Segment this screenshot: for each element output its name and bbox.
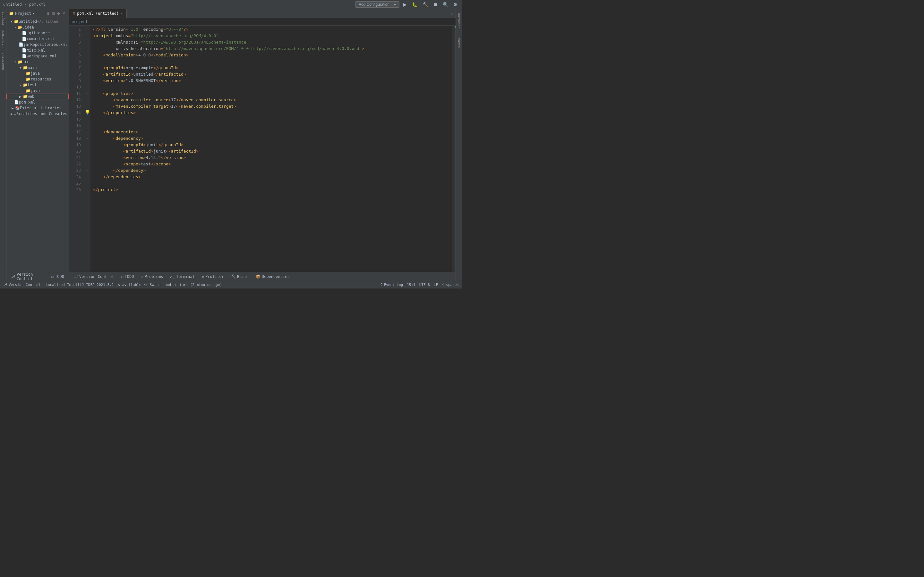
version-control-bottom-tab[interactable]: ⎇ Version Control: [70, 272, 117, 281]
editor-tab-pom[interactable]: m pom.xml (untitled) ✕: [69, 9, 127, 18]
more-tabs-button[interactable]: ⋮: [443, 11, 451, 18]
gc-23[interactable]: ⌵: [83, 167, 90, 173]
fold-2-icon[interactable]: ⌵: [86, 34, 88, 37]
title-filename: pom.xml: [29, 2, 45, 7]
checkmark-bar: [455, 26, 456, 27]
hint-14-icon[interactable]: 💡: [85, 110, 90, 115]
gc-2[interactable]: ⌵: [83, 32, 90, 39]
event-log-status[interactable]: 2 Event Log: [381, 283, 403, 287]
database-tab[interactable]: Database: [457, 13, 461, 29]
code-line-7: <groupId>org.example</groupId>: [90, 65, 452, 71]
pom-name: pom.xml: [19, 100, 35, 105]
code-line-26: </project>: [90, 187, 452, 193]
gc-24[interactable]: ⌵: [83, 173, 90, 179]
todo-bottom-label: TODO: [125, 274, 134, 279]
close-panel-button[interactable]: ✕: [61, 11, 66, 16]
fold-24-icon[interactable]: ⌵: [86, 175, 88, 178]
ln-14: 14: [69, 110, 81, 116]
resources-name: resources: [31, 77, 51, 81]
position-status[interactable]: 15:1: [407, 283, 415, 287]
encoding-status[interactable]: UTF-8: [419, 283, 430, 287]
project-tab[interactable]: Project: [0, 9, 6, 27]
code-content[interactable]: <?xml version="1.0" encoding="UTF-8"?> <…: [90, 26, 452, 272]
tab-close-button[interactable]: ✕: [121, 12, 123, 15]
stop-button[interactable]: ⏹: [432, 1, 439, 8]
java-folder-icon: 📁: [26, 71, 31, 76]
todo-tab[interactable]: ☑ TODO: [48, 272, 67, 281]
tree-item-scratches[interactable]: ▶ ✏ Scratches and Consoles: [6, 111, 69, 117]
structure-tab[interactable]: Structure: [0, 27, 6, 50]
add-configuration-button[interactable]: Add Configuration... ▾: [355, 1, 399, 8]
dependencies-bottom-tab[interactable]: 📦 Dependencies: [252, 272, 293, 281]
ext-libs-name: External Libraries: [20, 106, 61, 110]
code-line-19: <groupId>junit</groupId>: [90, 142, 452, 148]
fold-17-icon[interactable]: ⌵: [86, 130, 88, 133]
tree-item-idea[interactable]: ▾ 📂 .idea: [6, 24, 69, 30]
ln-25: 25: [69, 180, 81, 187]
todo-bottom-icon: ☑: [121, 274, 123, 279]
todo-label: TODO: [55, 274, 64, 279]
vcs-status[interactable]: ⎇ Version Control: [3, 283, 40, 287]
fold-23-icon[interactable]: ⌵: [86, 168, 88, 172]
tree-item-src[interactable]: ▾ 📁 src: [6, 59, 69, 65]
tree-item-misc-xml[interactable]: 📄 misc.xml: [6, 47, 69, 53]
line-sep-status[interactable]: LF: [434, 283, 438, 287]
statusbar: ⎇ Version Control Localized IntelliJ IDE…: [0, 281, 462, 288]
ln-9: 9: [69, 77, 81, 84]
build-button[interactable]: 🔨: [421, 1, 429, 8]
gc-17[interactable]: ⌵: [83, 128, 90, 135]
profiler-bottom-tab[interactable]: ◈ Profiler: [199, 272, 227, 281]
compiler-xml-name: compiler.xml: [27, 37, 55, 41]
project-name: untitled: [3, 2, 22, 7]
locate-file-button[interactable]: ⊕: [46, 11, 50, 16]
build-bottom-tab[interactable]: 🔨 Build: [228, 272, 252, 281]
tree-item-pom[interactable]: 📄 pom.xml: [6, 99, 69, 105]
fold-18-icon[interactable]: ⌵: [86, 136, 88, 140]
notification-status[interactable]: Localized IntelliJ IDEA 2021.3.2 is avai…: [45, 283, 222, 287]
fold-11-icon[interactable]: ⌵: [86, 91, 88, 95]
version-control-tab[interactable]: ⎇ Version Control: [8, 272, 47, 281]
tree-item-test-java[interactable]: 📁 java: [6, 88, 69, 93]
run-button[interactable]: ▶: [402, 1, 408, 8]
debug-button[interactable]: 🐛: [411, 1, 419, 8]
tree-item-workspace-xml[interactable]: 📄 workspace.xml: [6, 53, 69, 59]
settings-button[interactable]: ⚙: [452, 1, 459, 8]
idea-name: .idea: [23, 25, 34, 29]
pom-icon: 📄: [14, 100, 19, 105]
gc-11[interactable]: ⌵: [83, 90, 90, 96]
tree-item-java[interactable]: 📁 java: [6, 71, 69, 76]
ln-8: 8: [69, 71, 81, 77]
panel-options-button[interactable]: ⚙: [56, 11, 61, 16]
bookmarks-tab[interactable]: Bookmarks: [0, 50, 6, 73]
tree-item-web[interactable]: ▶ 📁 web: [6, 93, 69, 99]
tree-item-gitignore[interactable]: 📄 .gitignore: [6, 30, 69, 36]
tree-item-jar-repos-xml[interactable]: 📄 jarRepositories.xml: [6, 42, 69, 47]
tree-item-compiler-xml[interactable]: 📄 compiler.xml: [6, 36, 69, 42]
gc-18[interactable]: ⌵: [83, 135, 90, 141]
dependencies-icon: 📦: [256, 274, 260, 279]
terminal-bottom-tab[interactable]: >_ Terminal: [167, 272, 198, 281]
todo-bottom-tab[interactable]: ☑ TODO: [118, 272, 137, 281]
gc-9: [83, 77, 90, 83]
ln-7: 7: [69, 65, 81, 71]
collapse-all-button[interactable]: ⊟: [51, 11, 55, 16]
problems-bottom-tab[interactable]: ⚠ Problems: [138, 272, 166, 281]
tree-item-resources[interactable]: 📁 resources: [6, 76, 69, 82]
scrollbar[interactable]: [452, 26, 456, 272]
tree-item-test[interactable]: ▾ 📁 test: [6, 82, 69, 88]
panel-title[interactable]: 📁 Project ▾: [9, 11, 35, 16]
ln-10: 10: [69, 84, 81, 90]
ln-19: 19: [69, 142, 81, 148]
tree-item-main[interactable]: ▾ 📁 main: [6, 65, 69, 71]
maven-tab[interactable]: Maven: [457, 38, 461, 48]
code-editor[interactable]: 1 2 3 4 5 6 7 8 9 10 11 12 13 14 15 16 1…: [69, 26, 456, 272]
indent-status[interactable]: 4 spaces: [442, 283, 459, 287]
search-button[interactable]: 🔍: [441, 1, 449, 8]
encoding-text: UTF-8: [419, 283, 430, 287]
gc-6: [83, 58, 90, 64]
compiler-xml-icon: 📄: [22, 37, 27, 41]
tree-item-root[interactable]: ▾ 📁 untitled ~/untitled: [6, 19, 69, 24]
tree-item-ext-libs[interactable]: ▶ 📚 External Libraries: [6, 105, 69, 111]
title-separator: ›: [24, 2, 27, 7]
resources-folder-icon: 📁: [26, 77, 31, 81]
